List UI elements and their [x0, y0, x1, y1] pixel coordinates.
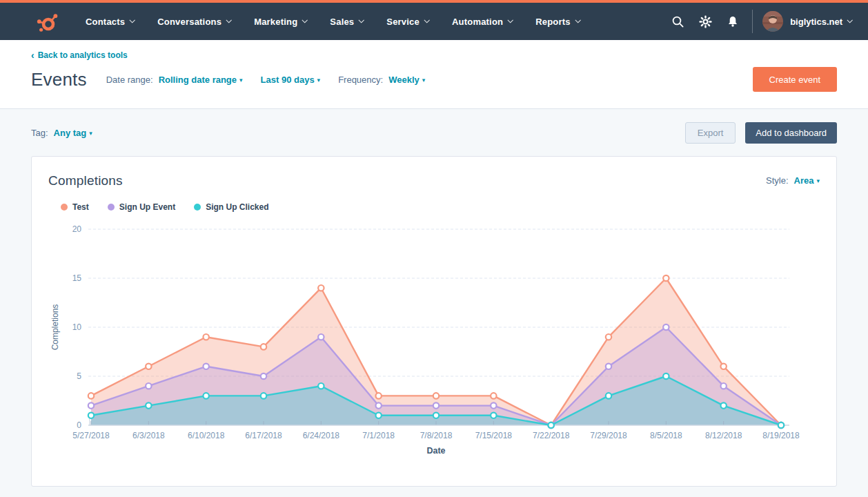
- x-axis-tick-label: 8/19/2018: [762, 431, 800, 440]
- data-point[interactable]: [778, 422, 784, 428]
- data-point[interactable]: [318, 334, 324, 340]
- filters: Date range: Rolling date range▾ Last 90 …: [106, 75, 426, 85]
- data-point[interactable]: [720, 383, 726, 389]
- caret-down-icon: ▾: [317, 77, 321, 84]
- nav-item-conversations[interactable]: Conversations: [157, 17, 230, 27]
- data-point[interactable]: [88, 413, 94, 418]
- style-label: Style:: [766, 175, 789, 186]
- account-menu[interactable]: biglytics.net: [762, 11, 851, 32]
- page-header: ‹ Back to analytics tools Events Date ra…: [0, 40, 868, 109]
- data-point[interactable]: [375, 393, 381, 398]
- date-range-label: Date range:: [106, 75, 153, 85]
- data-point[interactable]: [720, 402, 726, 408]
- data-point[interactable]: [261, 373, 266, 379]
- nav-item-sales[interactable]: Sales: [330, 17, 363, 27]
- period-dropdown[interactable]: Last 90 days▾: [261, 75, 321, 85]
- data-point[interactable]: [146, 364, 151, 369]
- data-point[interactable]: [606, 334, 611, 340]
- date-range-dropdown[interactable]: Rolling date range▾: [159, 75, 243, 85]
- x-axis-tick-label: 7/15/2018: [475, 431, 513, 440]
- y-axis-tick-label: 5: [77, 371, 81, 381]
- nav-item-automation[interactable]: Automation: [452, 17, 512, 27]
- chevron-down-icon: [424, 17, 429, 23]
- data-point[interactable]: [261, 344, 266, 349]
- notifications-button[interactable]: [719, 8, 747, 35]
- caret-down-icon: ▾: [89, 130, 92, 137]
- x-axis-tick-label: 5/27/2018: [72, 431, 110, 440]
- y-axis-tick-label: 15: [72, 273, 82, 283]
- data-point[interactable]: [663, 324, 669, 330]
- x-axis-tick-label: 6/17/2018: [245, 431, 282, 440]
- search-button[interactable]: [664, 8, 691, 35]
- x-axis-tick-label: 6/3/2018: [132, 431, 165, 440]
- caret-down-icon: ▾: [816, 177, 820, 184]
- data-point[interactable]: [203, 334, 208, 340]
- x-axis-tick-label: 6/10/2018: [188, 431, 225, 440]
- settings-button[interactable]: [691, 8, 719, 35]
- data-point[interactable]: [606, 364, 611, 369]
- data-point[interactable]: [433, 413, 439, 418]
- data-point[interactable]: [433, 393, 439, 398]
- data-point[interactable]: [375, 402, 381, 408]
- legend-item-test[interactable]: Test: [61, 202, 89, 212]
- data-point[interactable]: [491, 402, 496, 408]
- hubspot-sprocket-icon: [35, 10, 59, 33]
- avatar: [762, 11, 783, 32]
- back-chevron-icon: ‹: [31, 50, 34, 61]
- nav-item-reports[interactable]: Reports: [535, 17, 580, 27]
- nav-item-service[interactable]: Service: [386, 17, 428, 27]
- completions-card: Completions Style: Area▾ Test Sign Up Ev…: [31, 156, 837, 487]
- nav-item-marketing[interactable]: Marketing: [254, 17, 306, 27]
- legend-item-sign-up-event[interactable]: Sign Up Event: [108, 202, 175, 212]
- y-axis-tick-label: 20: [72, 224, 82, 234]
- chevron-down-icon: [575, 17, 580, 23]
- create-event-button[interactable]: Create event: [753, 67, 837, 92]
- data-point[interactable]: [203, 393, 208, 398]
- chevron-down-icon: [130, 17, 135, 23]
- chart-toolbar: Tag: Any tag▾ Export Add to dashboard: [0, 109, 868, 156]
- data-point[interactable]: [146, 402, 151, 408]
- legend-dot: [194, 204, 201, 211]
- hubspot-logo[interactable]: [33, 8, 61, 35]
- tag-dropdown[interactable]: Any tag▾: [54, 128, 92, 138]
- nav-item-contacts[interactable]: Contacts: [86, 17, 134, 27]
- data-point[interactable]: [548, 422, 553, 428]
- data-point[interactable]: [261, 393, 266, 398]
- data-point[interactable]: [491, 393, 496, 398]
- bell-icon: [727, 15, 739, 28]
- add-to-dashboard-button[interactable]: Add to dashboard: [745, 122, 837, 144]
- x-axis-tick-label: 7/22/2018: [533, 431, 570, 440]
- chevron-down-icon: [359, 17, 364, 23]
- data-point[interactable]: [318, 383, 324, 389]
- data-point[interactable]: [203, 364, 208, 369]
- search-icon: [671, 15, 684, 28]
- caret-down-icon: ▾: [239, 77, 243, 84]
- data-point[interactable]: [720, 364, 726, 369]
- data-point[interactable]: [663, 373, 669, 379]
- y-axis-tick-label: 10: [72, 322, 82, 332]
- style-dropdown[interactable]: Area▾: [794, 175, 820, 186]
- top-navbar: Contacts Conversations Marketing Sales S…: [0, 3, 868, 40]
- data-point[interactable]: [146, 383, 151, 389]
- data-point[interactable]: [88, 402, 94, 408]
- data-point[interactable]: [491, 413, 496, 418]
- data-point[interactable]: [88, 393, 94, 398]
- chevron-down-icon: [302, 17, 308, 23]
- data-point[interactable]: [318, 285, 324, 291]
- page-title: Events: [31, 69, 87, 90]
- caret-down-icon: ▾: [422, 77, 426, 84]
- chevron-down-icon: [847, 17, 852, 23]
- export-button[interactable]: Export: [685, 122, 736, 144]
- x-axis-title: Date: [426, 446, 445, 456]
- legend-item-sign-up-clicked[interactable]: Sign Up Clicked: [194, 202, 268, 212]
- x-axis-tick-label: 7/8/2018: [420, 431, 453, 440]
- frequency-label: Frequency:: [338, 75, 383, 85]
- frequency-dropdown[interactable]: Weekly▾: [388, 75, 425, 85]
- data-point[interactable]: [433, 402, 439, 408]
- data-point[interactable]: [663, 275, 669, 281]
- back-to-analytics-link[interactable]: ‹ Back to analytics tools: [31, 50, 128, 61]
- data-point[interactable]: [606, 393, 611, 398]
- y-axis-title: Completions: [50, 304, 60, 351]
- completions-chart[interactable]: 051015205/27/20186/3/20186/10/20186/17/2…: [48, 217, 820, 463]
- data-point[interactable]: [375, 413, 381, 418]
